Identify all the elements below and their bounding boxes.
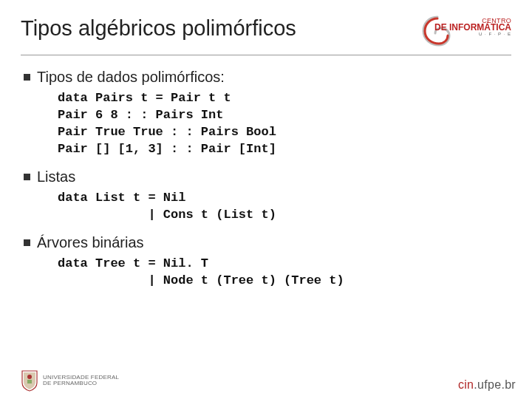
- section-heading: Listas: [37, 168, 75, 185]
- bullet-icon: [24, 74, 30, 81]
- svg-rect-1: [27, 380, 32, 383]
- ufpe-line2: DE PERNAMBUCO: [43, 381, 119, 386]
- code-block: data Tree t = Nil. T | Node t (Tree t) (…: [58, 256, 511, 290]
- logo-line3: U · F · P · E: [434, 33, 511, 36]
- url-prefix: cin: [458, 378, 474, 391]
- divider: [21, 55, 511, 55]
- section-heading: Árvores binárias: [37, 234, 144, 251]
- section-heading: Tipos de dados polimórficos:: [37, 69, 225, 86]
- code-block: data Pairs t = Pair t t Pair 6 8 : : Pai…: [58, 90, 511, 158]
- footer-url: cin.ufpe.br: [458, 378, 516, 392]
- bullet-icon: [24, 174, 30, 180]
- cin-logo: CENTRO DE INFORMÁTICA U · F · P · E: [415, 13, 511, 50]
- shield-icon: [21, 369, 38, 392]
- logo-line2: DE INFORMÁTICA: [434, 24, 511, 32]
- url-suffix: .ufpe.br: [474, 378, 516, 391]
- bullet-icon: [24, 239, 30, 246]
- ufpe-logo: UNIVERSIDADE FEDERAL DE PERNAMBUCO: [21, 369, 119, 392]
- slide-title: Tipos algébricos polimórficos: [21, 13, 296, 41]
- code-block: data List t = Nil | Cons t (List t): [58, 190, 511, 224]
- svg-point-0: [27, 375, 32, 379]
